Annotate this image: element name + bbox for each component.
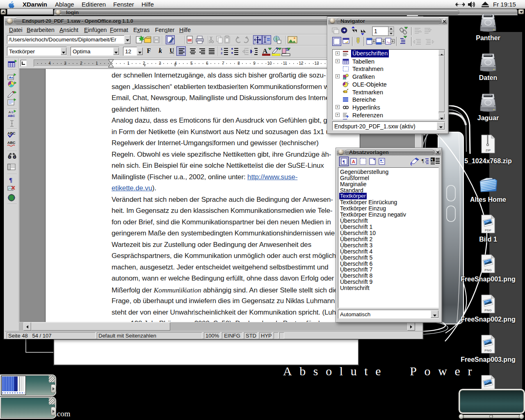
svg-text:PNG: PNG [484,308,491,312]
svg-text:¶: ¶ [342,159,345,164]
svg-text:ABC: ABC [7,141,16,145]
svg-text:¶: ¶ [422,158,424,164]
svg-text:PDF: PDF [485,228,491,232]
svg-text:A: A [352,159,355,164]
svg-text:PNG: PNG [484,268,491,272]
svg-text:A: A [9,110,11,114]
svg-text:ZIP: ZIP [486,148,491,152]
svg-text:1: 1 [221,47,223,51]
svg-text:b: b [11,110,14,114]
svg-text:ABC: ABC [8,114,15,118]
svg-text:PDF: PDF [188,39,193,41]
svg-text:PNG: PNG [484,349,491,352]
svg-text:¶: ¶ [9,177,12,183]
svg-text:2: 2 [221,51,223,55]
svg-text:¶: ¶ [431,158,433,162]
svg-text:1: 1 [374,28,377,34]
